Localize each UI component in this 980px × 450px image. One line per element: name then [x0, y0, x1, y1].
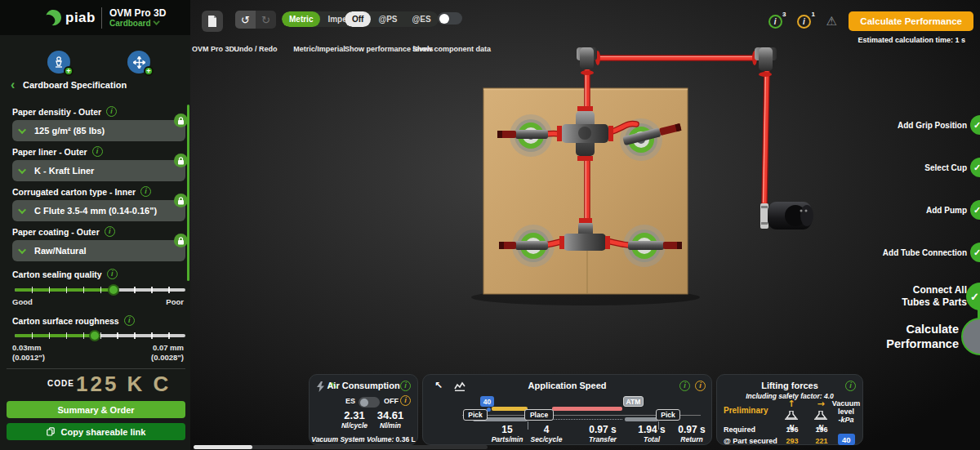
sidebar-scrollbar-thumb[interactable] [187, 105, 189, 281]
dropdown-value: K - Kraft Liner [34, 166, 94, 176]
performance-levels-label: Show performance levels [345, 45, 418, 53]
step-label: Select Cup [924, 163, 967, 173]
horizontal-scrollbar-track[interactable] [194, 445, 488, 449]
field-label-paper-coating: Paper coating - Outeri [12, 226, 115, 237]
redo-icon: ↻ [261, 14, 270, 26]
copy-shareable-link-button[interactable]: Copy shareable link [7, 423, 185, 440]
info-icon[interactable]: i [105, 226, 115, 237]
pick-phase-bar [492, 407, 528, 411]
stat-total: 1.94 sTotal [629, 424, 675, 443]
surface-roughness-slider[interactable] [15, 330, 185, 341]
toolbar-group-undo-redo: ↺ ↻ Undo / Redo [234, 11, 278, 29]
air-min-unit: Nl/min [372, 421, 409, 430]
sealing-quality-slider[interactable] [15, 284, 185, 296]
calculate-performance-button[interactable]: Calculate Performance [849, 11, 973, 31]
warning-icon[interactable]: ⚠ [826, 14, 836, 29]
back-icon[interactable]: ‹ [11, 78, 15, 92]
info-yellow-badge: 1 [812, 11, 815, 18]
air-info-icon[interactable]: i [400, 381, 411, 391]
perf-ps-segment[interactable]: @PS [371, 11, 404, 27]
pump[interactable] [760, 202, 813, 229]
estimated-time-label: Estimated calculation time: 1 s [858, 36, 965, 44]
slider-max-value-alt: (0.0028") [151, 353, 184, 362]
slider-track[interactable] [15, 288, 185, 292]
secured-horizontal-value: 221 [813, 437, 830, 445]
undo-icon: ↺ [241, 14, 250, 26]
step-label: Add Tube Connection [883, 247, 967, 258]
perf-off-segment[interactable]: Off [345, 11, 371, 27]
paper-coating-dropdown[interactable]: Raw/Natural [12, 240, 185, 261]
undo-redo-label: Undo / Redo [234, 45, 278, 53]
add-robot-button[interactable]: + [47, 51, 70, 74]
check-icon: ✓ [970, 158, 980, 177]
step-add-tube-connection[interactable]: Add Tube Connection ✓ [817, 243, 980, 262]
paper-density-dropdown[interactable]: 125 g/m² (85 lbs) [12, 120, 185, 141]
info-icon[interactable]: i [92, 146, 103, 157]
info-green-icon[interactable]: i3 [768, 15, 782, 29]
stat-transfer: 0.97 sTransfer [580, 424, 626, 443]
place-marker: Place [524, 409, 554, 421]
add-movement-button[interactable]: + [127, 51, 150, 74]
step-label: Connect All Tubes & Parts [902, 284, 967, 309]
es-off-toggle[interactable] [359, 397, 380, 408]
move-arrows-icon [133, 56, 145, 69]
slider-min-label: Good [12, 297, 33, 306]
speed-info-icon[interactable]: i [679, 381, 690, 391]
app-subtitle-selector[interactable]: Cardboard [109, 19, 166, 28]
speed-panel-title: Application Speed [423, 381, 711, 390]
metric-toggle[interactable]: Metric [282, 11, 320, 27]
step-connect-all[interactable]: Connect All Tubes & Parts ✓ [817, 283, 980, 310]
info-icon[interactable]: i [124, 315, 135, 326]
ovm-document-label: OVM Pro 3D [192, 45, 233, 53]
code-label: CODE [47, 379, 74, 388]
check-icon: ✓ [970, 115, 980, 135]
carton-type-dropdown[interactable]: C Flute 3.5-4 mm (0.14-0.16") [12, 200, 185, 221]
slider-track[interactable] [15, 334, 185, 337]
atm-badge: ATM [623, 396, 644, 407]
toolbar-group-file: OVM Pro 3D [192, 11, 233, 32]
paper-liner-dropdown[interactable]: K - Kraft Liner [12, 160, 185, 181]
ovm-document-button[interactable] [202, 11, 223, 32]
step-calculate-performance[interactable]: Calculate Performance [800, 318, 980, 355]
info-icon[interactable]: i [140, 186, 151, 197]
speed-warning-info-icon[interactable]: i [695, 381, 706, 391]
component-data-label: Show component data [412, 45, 488, 53]
step-add-grip-position[interactable]: Add Grip Position ✓ [817, 115, 980, 135]
surface-roughness-handle[interactable] [89, 330, 100, 341]
pick-marker-left: Pick [463, 409, 488, 421]
chevron-down-icon [18, 126, 26, 134]
step-select-cup[interactable]: Select Cup ✓ [817, 158, 980, 177]
info-icon[interactable]: i [107, 269, 118, 279]
volume-label: Vacuum System Volume: [311, 435, 394, 443]
undo-button[interactable]: ↺ [235, 11, 256, 29]
lock-icon [174, 154, 188, 167]
required-horizontal-value: 196 [813, 425, 830, 434]
secured-vertical-value: 293 [784, 437, 800, 445]
info-icon[interactable]: i [106, 106, 117, 117]
lock-icon [174, 234, 188, 247]
check-icon: ✓ [970, 243, 980, 262]
air-warning-info-icon[interactable]: i [400, 395, 411, 406]
lifting-forces-panel: Lifting forces i Including safety factor… [716, 374, 863, 445]
step-label: Add Grip Position [898, 120, 967, 131]
info-green-badge: 3 [782, 11, 786, 18]
stat-return: 0.97 sReturn [669, 424, 715, 443]
dropdown-value: C Flute 3.5-4 mm (0.14-0.16") [34, 206, 157, 216]
step-add-pump[interactable]: Add Pump ✓ [817, 200, 980, 220]
horizontal-scrollbar-thumb[interactable] [194, 445, 252, 449]
info-yellow-icon[interactable]: i1 [797, 15, 811, 29]
volume-value: 0.36 L [396, 435, 416, 443]
air-cycle-unit: Nl/cycle [336, 421, 373, 430]
redo-button[interactable]: ↻ [256, 11, 276, 29]
code-value: 125 K C [76, 372, 171, 397]
vacuum-system-volume: Vacuum System Volume: 0.36 L [310, 435, 417, 443]
summary-order-button[interactable]: Summary & Order [7, 401, 185, 418]
robot-icon [53, 56, 65, 68]
lifting-panel-title: Lifting forces [717, 381, 862, 390]
step-label: Calculate Performance [886, 322, 959, 351]
lifting-info-icon[interactable]: i [845, 381, 856, 391]
field-label-paper-density: Paper densitiy - Outeri [12, 106, 117, 117]
component-data-toggle[interactable] [438, 12, 462, 25]
part-secured-row-label: @ Part secured [724, 437, 777, 445]
sealing-quality-handle[interactable] [108, 284, 119, 296]
